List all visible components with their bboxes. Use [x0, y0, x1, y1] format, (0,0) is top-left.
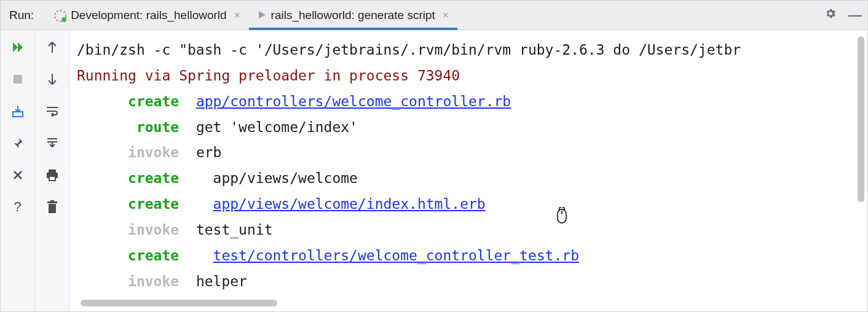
console-keyword: create [77, 170, 179, 186]
file-link[interactable]: app/views/welcome/index.html.erb [213, 196, 486, 212]
soft-wrap-button[interactable] [42, 103, 62, 120]
up-button[interactable] [42, 39, 62, 56]
svg-rect-9 [49, 170, 56, 173]
console-text: test_unit [196, 222, 273, 238]
tab-generate-script[interactable]: rails_helloworld: generate script × [249, 1, 457, 29]
svg-marker-2 [259, 11, 266, 18]
console-keyword: invoke [77, 222, 179, 238]
svg-rect-11 [49, 176, 55, 181]
console-text: helper [196, 273, 247, 289]
minimize-icon: — [848, 7, 862, 23]
console-command: /bin/zsh -c "bash -c '/Users/jetbrains/.… [77, 42, 741, 58]
svg-rect-5 [14, 75, 22, 84]
gear-icon [824, 7, 837, 23]
run-panel-header: Run: Development: rails_helloworld × rai… [1, 1, 867, 30]
trash-button[interactable] [42, 198, 62, 216]
svg-point-1 [61, 17, 66, 22]
run-label: Run: [1, 1, 45, 29]
save-output-button[interactable] [8, 103, 28, 120]
console-keyword: invoke [77, 273, 179, 289]
vertical-scrollbar[interactable] [858, 36, 864, 202]
file-link[interactable]: app/controllers/welcome_controller.rb [196, 93, 511, 109]
scroll-to-end-button[interactable] [42, 135, 62, 152]
svg-marker-4 [18, 42, 23, 52]
run-panel-body: ? /bin/zsh -c "bash -c '/Users/jetbrains… [1, 30, 867, 311]
print-button[interactable] [42, 166, 62, 184]
console-keyword: route [77, 119, 179, 135]
file-link[interactable]: test/controllers/welcome_controller_test… [213, 248, 579, 263]
settings-button[interactable] [818, 1, 843, 29]
pin-button[interactable] [8, 135, 28, 152]
console-output[interactable]: /bin/zsh -c "bash -c '/Users/jetbrains/.… [69, 30, 867, 300]
console-keyword: create [77, 93, 179, 109]
console-spring-line: Running via Spring preloader in process … [77, 68, 460, 84]
play-icon [258, 9, 266, 22]
minimize-button[interactable]: — [843, 1, 867, 29]
tab-label: rails_helloworld: generate script [271, 9, 435, 22]
down-button[interactable] [42, 71, 62, 88]
tab-label: Development: rails_helloworld [71, 9, 226, 22]
console-text: get 'welcome/index' [196, 119, 358, 135]
tab-development[interactable]: Development: rails_helloworld × [45, 1, 248, 29]
console-keyword: create [77, 196, 179, 212]
svg-rect-12 [49, 204, 56, 213]
rails-icon [53, 9, 66, 21]
close-button[interactable] [8, 166, 28, 184]
console-keyword: create [77, 248, 179, 263]
console-wrap: /bin/zsh -c "bash -c '/Users/jetbrains/.… [69, 30, 867, 311]
rerun-button[interactable] [8, 39, 28, 56]
svg-rect-14 [50, 200, 54, 202]
stop-button[interactable] [8, 71, 28, 88]
output-controls-toolbar [35, 30, 69, 311]
console-keyword: invoke [77, 144, 179, 160]
close-icon[interactable]: × [440, 9, 451, 21]
horizontal-scrollbar[interactable] [81, 300, 277, 306]
close-icon[interactable]: × [232, 9, 243, 21]
tab-spacer [457, 1, 818, 29]
help-button[interactable]: ? [8, 198, 28, 216]
svg-marker-3 [13, 42, 18, 52]
run-actions-toolbar: ? [1, 30, 35, 311]
console-text: erb [196, 144, 222, 160]
console-text: app/views/welcome [213, 170, 358, 186]
